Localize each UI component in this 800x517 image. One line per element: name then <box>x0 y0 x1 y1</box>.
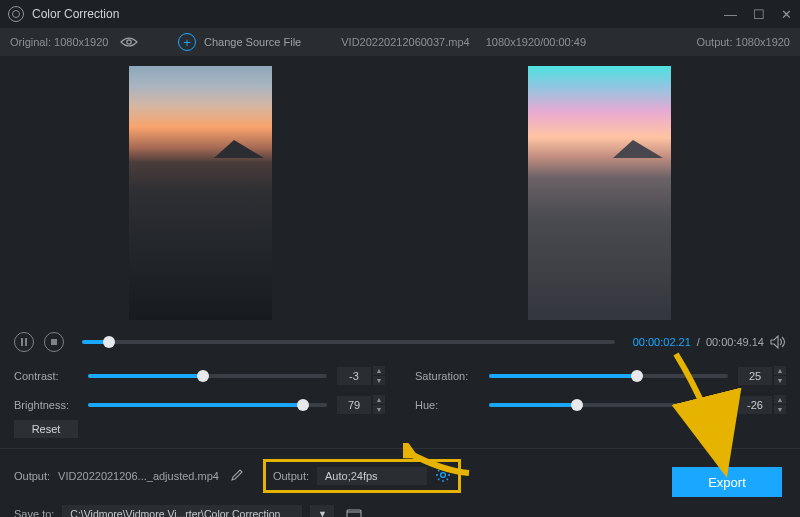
save-label: Save to: <box>14 508 54 517</box>
saturation-row: Saturation: 25▲▼ <box>415 366 786 385</box>
open-folder-button[interactable] <box>342 505 366 517</box>
titlebar: Color Correction — ☐ ✕ <box>0 0 800 28</box>
change-source-button[interactable]: + Change Source File <box>178 33 301 51</box>
preview-area <box>0 56 800 326</box>
gear-icon[interactable] <box>435 467 451 485</box>
file-resolution-duration: 1080x1920/00:00:49 <box>486 36 586 48</box>
saturation-label: Saturation: <box>415 370 479 382</box>
brightness-spinner[interactable]: 79▲▼ <box>337 395 385 414</box>
brightness-label: Brightness: <box>14 399 78 411</box>
output-file-label: Output: <box>14 470 50 482</box>
output-info: Output: 1080x1920 <box>696 36 790 48</box>
time-total: 00:00:49.14 <box>706 336 764 348</box>
edit-filename-button[interactable] <box>231 469 243 483</box>
preview-adjusted <box>528 66 671 320</box>
contrast-slider[interactable] <box>88 374 327 378</box>
output-format-block: Output: Auto;24fps <box>263 459 461 493</box>
contrast-row: Contrast: -3▲▼ <box>14 366 385 385</box>
contrast-label: Contrast: <box>14 370 78 382</box>
window-title: Color Correction <box>32 7 119 21</box>
output-file-name: VID2022021206..._adjusted.mp4 <box>58 470 219 482</box>
pause-button[interactable] <box>14 332 34 352</box>
hue-row: Hue: -26▲▼ <box>415 395 786 414</box>
spin-up-icon: ▲ <box>373 366 385 375</box>
transport-bar: 00:00:02.21/00:00:49.14 <box>0 326 800 358</box>
output-format-label: Output: <box>273 470 309 482</box>
svg-point-1 <box>441 473 446 478</box>
close-button[interactable]: ✕ <box>781 7 792 22</box>
change-source-label: Change Source File <box>204 36 301 48</box>
save-path-dropdown[interactable]: ▼ <box>310 505 334 517</box>
reset-button[interactable]: Reset <box>14 420 78 438</box>
hue-label: Hue: <box>415 399 479 411</box>
maximize-button[interactable]: ☐ <box>753 7 765 22</box>
export-button[interactable]: Export <box>672 467 782 497</box>
contrast-spinner[interactable]: -3▲▼ <box>337 366 385 385</box>
sliders-panel: Contrast: -3▲▼ Saturation: 25▲▼ Brightne… <box>0 358 800 418</box>
window-controls: — ☐ ✕ <box>724 7 792 22</box>
original-label: Original: 1080x1920 <box>10 36 108 48</box>
svg-point-0 <box>127 40 131 44</box>
save-row: Save to: C:\Vidmore\Vidmore Vi...rter\Co… <box>0 499 800 517</box>
time-current: 00:00:02.21 <box>633 336 691 348</box>
stop-button[interactable] <box>44 332 64 352</box>
save-path-field[interactable]: C:\Vidmore\Vidmore Vi...rter\Color Corre… <box>62 505 302 517</box>
saturation-slider[interactable] <box>489 374 728 378</box>
app-icon <box>8 6 24 22</box>
plus-icon: + <box>178 33 196 51</box>
file-name: VID20220212060037.mp4 <box>341 36 469 48</box>
output-format-value[interactable]: Auto;24fps <box>317 467 427 485</box>
spin-down-icon: ▼ <box>373 376 385 385</box>
eye-icon[interactable] <box>120 36 138 48</box>
saturation-spinner[interactable]: 25▲▼ <box>738 366 786 385</box>
preview-original <box>129 66 272 320</box>
brightness-row: Brightness: 79▲▼ <box>14 395 385 414</box>
hue-spinner[interactable]: -26▲▼ <box>738 395 786 414</box>
svg-rect-2 <box>347 510 361 517</box>
file-meta: VID20220212060037.mp4 1080x1920/00:00:49 <box>341 36 586 48</box>
minimize-button[interactable]: — <box>724 7 737 22</box>
volume-icon[interactable] <box>770 335 786 349</box>
time-display: 00:00:02.21/00:00:49.14 <box>633 335 786 349</box>
hue-slider[interactable] <box>489 403 728 407</box>
timeline-slider[interactable] <box>82 340 615 344</box>
info-bar: Original: 1080x1920 + Change Source File… <box>0 28 800 56</box>
brightness-slider[interactable] <box>88 403 327 407</box>
